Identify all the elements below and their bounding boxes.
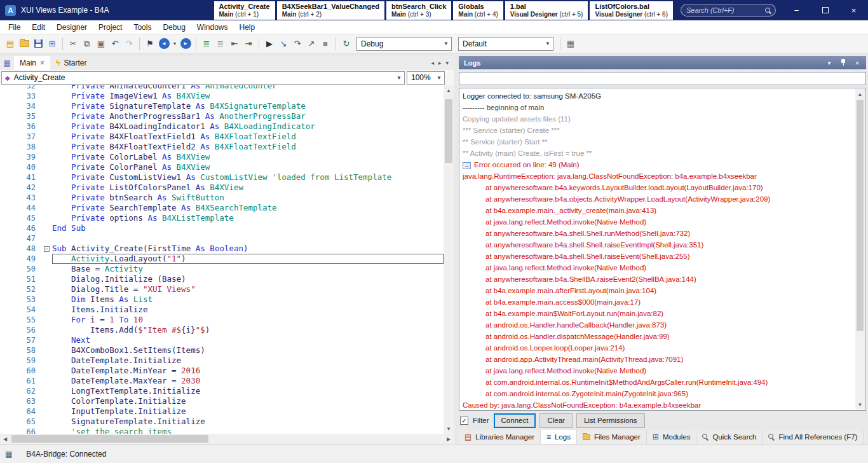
panel-tab-files-manager[interactable]: Files Manager <box>577 430 647 444</box>
menu-help[interactable]: Help <box>234 20 261 34</box>
symbol-select[interactable]: ◆ Activity_Create ▼ <box>1 71 405 85</box>
menu-designer[interactable]: Designer <box>51 20 93 34</box>
scroll-left-icon[interactable]: ◀ <box>0 434 10 444</box>
editor-tab-starter[interactable]: ϟStarter <box>50 56 92 70</box>
code-horizontal-scrollbar[interactable]: ◀ ▶ <box>0 434 454 444</box>
indent-icon[interactable]: ⇥ <box>242 38 255 50</box>
log-line: at android.os.Handler.dispatchMessage(Ha… <box>463 331 854 342</box>
panel-tab-logs[interactable]: ≡Logs <box>541 430 577 444</box>
navigate-forward-icon[interactable]: ► <box>179 38 192 50</box>
cut-icon[interactable]: ✂ <box>67 38 79 50</box>
undo-icon[interactable]: ↶ <box>109 38 121 50</box>
filter-checkbox[interactable]: ✓ <box>460 417 468 425</box>
bookmark-icon[interactable]: ⚑ <box>144 38 156 50</box>
menu-edit[interactable]: Edit <box>26 20 51 34</box>
scroll-down-icon[interactable]: ▼ <box>855 399 865 410</box>
restart-icon[interactable]: ↻ <box>340 38 353 50</box>
code-area[interactable]: 32Private AnimatedCounter1 As AnimatedCo… <box>0 85 454 434</box>
code-vertical-scrollbar[interactable]: ▲ ▼ <box>444 85 454 434</box>
scrollbar-thumb[interactable] <box>857 100 864 331</box>
fold-margin: − <box>41 244 52 254</box>
close-panel-icon[interactable]: × <box>853 59 861 67</box>
panel-menu-chevron-icon[interactable]: ▾ <box>825 59 833 67</box>
step-over-icon[interactable]: ↷ <box>291 38 304 50</box>
menu-debug[interactable]: Debug <box>157 20 191 34</box>
fold-margin <box>41 172 52 183</box>
clear-button[interactable]: Clear <box>539 413 572 428</box>
close-tab-icon[interactable]: × <box>40 59 44 67</box>
redo-icon[interactable]: ↷ <box>123 38 135 50</box>
header-tab-globals[interactable]: GlobalsMain (ctrl + 4) <box>453 1 503 20</box>
minimize-button[interactable]: − <box>782 0 811 20</box>
panel-tab-quick-search[interactable]: Quick Search <box>696 430 763 444</box>
folder-icon <box>583 434 590 440</box>
tab-scroll-right-icon[interactable]: ▸ <box>438 60 442 66</box>
code-token: Private <box>71 183 109 192</box>
scrollbar-thumb[interactable] <box>11 435 208 443</box>
log-output-area[interactable]: Logger connected to: samsung SM-A205G---… <box>459 88 866 411</box>
header-tab-1-bal[interactable]: 1.balVisual Designer (ctrl + 5) <box>505 1 588 20</box>
uncomment-icon[interactable]: ≣ <box>214 38 227 50</box>
step-into-icon[interactable]: ↘ <box>277 38 290 50</box>
line-number: 43 <box>0 193 41 203</box>
scrollbar-thumb[interactable] <box>445 99 452 163</box>
header-tab-subtitle: Main (ctrl + 4) <box>458 11 498 18</box>
tab-list-chevron-icon[interactable]: ▾ <box>445 60 449 66</box>
header-tab-listofcolors-bal[interactable]: ListOfColors.balVisual Designer (ctrl + … <box>590 1 673 20</box>
log-line-text: at anywheresoftware.b4a.objects.Activity… <box>485 195 770 203</box>
pin-icon[interactable] <box>839 59 847 67</box>
comment-icon[interactable]: ≣ <box>200 38 213 50</box>
run-icon[interactable]: ▶ <box>263 38 276 50</box>
code-token: B4XListTemplate <box>162 213 234 223</box>
paste-icon[interactable]: ▣ <box>95 38 107 50</box>
maximize-button[interactable] <box>811 0 839 20</box>
fold-margin <box>41 223 52 233</box>
stop-icon[interactable]: ■ <box>319 38 332 50</box>
build-configuration-select[interactable]: Debug ▼ <box>356 37 452 51</box>
run-configuration-select[interactable]: Default ▼ <box>458 37 553 51</box>
menu-project[interactable]: Project <box>93 20 128 34</box>
header-tab-activity-create[interactable]: Activity_CreateMain (ctrl + 1) <box>214 1 275 20</box>
header-tab-title: 1.bal <box>510 3 583 11</box>
panel-tab-libraries-manager[interactable]: ▤Libraries Manager <box>459 430 541 444</box>
editor-tab-main[interactable]: Main× <box>14 56 50 70</box>
connect-button[interactable]: Connect <box>494 413 536 428</box>
save-all-icon[interactable]: ⊞ <box>46 38 58 50</box>
new-project-icon[interactable]: ▤ <box>4 38 17 50</box>
scroll-right-icon[interactable]: ▶ <box>444 434 454 444</box>
panel-tab-modules[interactable]: ⊞Modules <box>647 430 697 444</box>
panel-tab-find-all-references-f7-[interactable]: Find All References (F7) <box>763 430 864 444</box>
fold-collapse-icon[interactable]: − <box>44 246 50 252</box>
outdent-icon[interactable]: ⇤ <box>228 38 241 50</box>
save-icon[interactable] <box>32 38 44 50</box>
scroll-up-icon[interactable]: ▲ <box>444 85 454 95</box>
open-project-icon[interactable] <box>18 38 31 50</box>
run-configuration-value: Default <box>459 39 543 48</box>
list-permissions-button[interactable]: List Permissions <box>576 413 645 428</box>
fold-margin <box>41 345 52 356</box>
navigate-back-icon[interactable]: ◄ <box>158 38 170 50</box>
header-tab-btnsearch-click[interactable]: btnSearch_ClickMain (ctrl + 3) <box>386 1 451 20</box>
designer-grid-icon[interactable]: ▦ <box>564 38 577 50</box>
menu-windows[interactable]: Windows <box>191 20 234 34</box>
log-vertical-scrollbar[interactable]: ▲ ▼ <box>855 89 865 410</box>
log-filter-input[interactable] <box>459 72 866 85</box>
search-box[interactable]: Search (Ctrl+F) <box>681 4 776 17</box>
tab-scroll-left-icon[interactable]: ◂ <box>431 60 434 66</box>
copy-icon[interactable]: ⧉ <box>81 38 93 50</box>
header-tab-b4xseekbar1-valuechanged[interactable]: B4XSeekBar1_ValueChangedMain (ctrl + 2) <box>277 1 384 20</box>
log-line: at java.lang.reflect.Method.invoke(Nativ… <box>463 365 854 377</box>
scroll-up-icon[interactable]: ▲ <box>855 89 865 99</box>
back-history-caret-icon[interactable]: ▾ <box>172 38 178 50</box>
code-text: Sub Activity_Create(FirstTime As Boolean… <box>52 244 444 254</box>
chevron-down-icon: ▼ <box>434 75 444 81</box>
scroll-down-icon[interactable]: ▼ <box>444 424 454 434</box>
menu-tools[interactable]: Tools <box>128 20 157 34</box>
close-button[interactable]: × <box>839 0 868 20</box>
log-line: at android.os.Looper.loop(Looper.java:21… <box>463 342 854 354</box>
window-controls: − × <box>782 0 868 20</box>
step-out-icon[interactable]: ↗ <box>305 38 318 50</box>
menu-file[interactable]: File <box>3 20 26 34</box>
code-text: Private B4XFloatTextField2 As B4XFloatTe… <box>52 142 444 152</box>
zoom-select[interactable]: 100% ▼ <box>407 71 445 85</box>
